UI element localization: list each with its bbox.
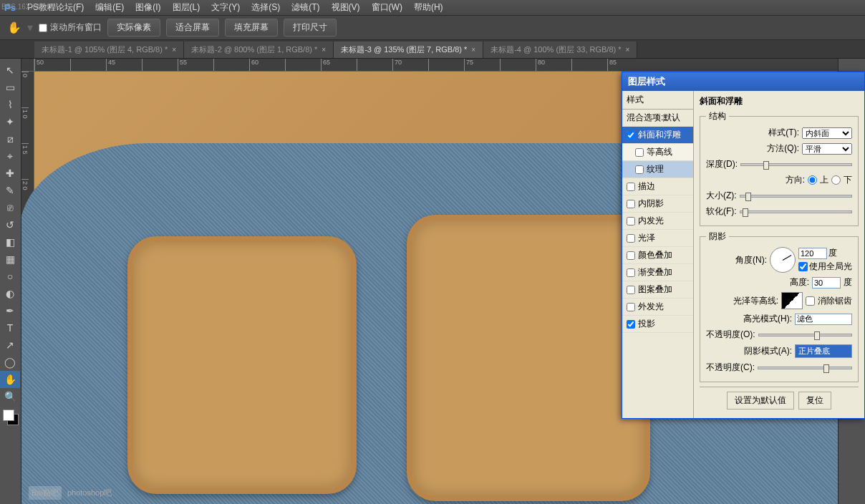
crop-tool[interactable]: ⧄ bbox=[0, 130, 20, 147]
style-select[interactable]: 内斜面 bbox=[802, 127, 852, 139]
color-swatch[interactable] bbox=[3, 410, 19, 425]
toolbox: ↖ ▭ ⌇ ✦ ⧄ ⌖ ✚ ✎ ⎚ ↺ ◧ ▦ ○ ◐ ✒ T ↗ ◯ ✋ 🔍 bbox=[0, 59, 21, 504]
menu-type[interactable]: 文字(Y) bbox=[206, 1, 246, 14]
menu-help[interactable]: 帮助(H) bbox=[408, 1, 449, 14]
gradient-tool[interactable]: ▦ bbox=[0, 251, 20, 268]
menu-edit[interactable]: 编辑(E) bbox=[90, 1, 130, 14]
dodge-tool[interactable]: ◐ bbox=[0, 285, 20, 302]
gloss-contour[interactable] bbox=[781, 292, 803, 309]
scroll-all-checkbox[interactable]: 滚动所有窗口 bbox=[39, 21, 102, 34]
fill-screen-button[interactable]: 填充屏幕 bbox=[225, 19, 278, 37]
style-contour[interactable]: 等高线 bbox=[622, 144, 693, 161]
menu-select[interactable]: 选择(S) bbox=[246, 1, 286, 14]
leather-shape-2 bbox=[407, 215, 650, 501]
depth-slider[interactable] bbox=[740, 163, 852, 166]
close-icon[interactable]: × bbox=[626, 46, 630, 54]
style-gradient-overlay[interactable]: 渐变叠加 bbox=[622, 264, 693, 281]
shading-group: 阴影 角度(N): 度 使用全局光 高度:度 光泽等高线:消除锯齿 高光模式(H… bbox=[700, 231, 859, 382]
lasso-tool[interactable]: ⌇ bbox=[0, 96, 20, 113]
style-inner-shadow[interactable]: 内阴影 bbox=[622, 195, 693, 213]
highlight-opacity-slider[interactable] bbox=[758, 334, 852, 336]
ruler-corner bbox=[21, 59, 34, 72]
stamp-tool[interactable]: ⎚ bbox=[0, 199, 20, 216]
horizontal-ruler: 50 45 55 60 65 70 75 80 85 bbox=[34, 59, 838, 72]
baidu-logo: Bai贴吧 bbox=[29, 486, 62, 500]
leather-shape-1 bbox=[127, 236, 357, 494]
menu-filter[interactable]: 滤镜(T) bbox=[286, 1, 325, 14]
styles-list: 样式 混合选项:默认 斜面和浮雕 等高线 纹理 描边 内阴影 内发光 光泽 颜色… bbox=[622, 91, 694, 418]
zoom-tool[interactable]: 🔍 bbox=[0, 388, 20, 405]
print-size-button[interactable]: 打印尺寸 bbox=[284, 19, 337, 37]
style-inner-glow[interactable]: 内发光 bbox=[622, 213, 693, 230]
hand-tool-icon: ✋ bbox=[7, 21, 21, 34]
shading-legend: 阴影 bbox=[706, 231, 729, 243]
altitude-input[interactable] bbox=[812, 277, 841, 289]
angle-input[interactable] bbox=[798, 248, 827, 259]
tab-doc2[interactable]: 未标题-2 @ 800% (图层 1, RGB/8) *× bbox=[184, 42, 334, 58]
watermark-bottom: Bai贴吧 photoshop吧 bbox=[29, 486, 112, 500]
structure-legend: 结构 bbox=[706, 110, 729, 122]
make-default-button[interactable]: 设置为默认值 bbox=[727, 392, 794, 410]
antialias-checkbox[interactable] bbox=[806, 296, 815, 306]
styles-header: 样式 bbox=[622, 91, 693, 110]
style-outer-glow[interactable]: 外发光 bbox=[622, 299, 693, 316]
close-icon[interactable]: × bbox=[172, 46, 176, 54]
eyedropper-tool[interactable]: ⌖ bbox=[0, 147, 20, 165]
type-tool[interactable]: T bbox=[0, 319, 20, 336]
menu-view[interactable]: 视图(V) bbox=[326, 1, 366, 14]
section-title: 斜面和浮雕 bbox=[700, 95, 859, 107]
tab-doc3[interactable]: 未标题-3 @ 135% (图层 7, RGB/8) *× bbox=[334, 42, 483, 58]
style-color-overlay[interactable]: 颜色叠加 bbox=[622, 247, 693, 264]
pen-tool[interactable]: ✒ bbox=[0, 302, 20, 319]
close-icon[interactable]: × bbox=[322, 46, 326, 54]
style-pattern-overlay[interactable]: 图案叠加 bbox=[622, 281, 693, 299]
marquee-tool[interactable]: ▭ bbox=[0, 79, 20, 96]
global-light-checkbox[interactable] bbox=[798, 262, 808, 271]
shadow-mode-select[interactable]: 正片叠底 bbox=[795, 344, 852, 358]
actual-pixels-button[interactable]: 实际像素 bbox=[107, 19, 160, 37]
reset-button[interactable]: 复位 bbox=[798, 392, 831, 410]
layer-style-dialog: 图层样式 样式 混合选项:默认 斜面和浮雕 等高线 纹理 描边 内阴影 内发光 … bbox=[622, 72, 865, 419]
style-bevel[interactable]: 斜面和浮雕 bbox=[622, 127, 693, 144]
blur-tool[interactable]: ○ bbox=[0, 268, 20, 285]
soften-slider[interactable] bbox=[740, 210, 852, 213]
heal-tool[interactable]: ✚ bbox=[0, 165, 20, 182]
style-drop-shadow[interactable]: 投影 bbox=[622, 316, 693, 333]
structure-group: 结构 样式(T):内斜面 方法(Q):平滑 深度(D): 方向:上下 大小(Z)… bbox=[700, 110, 859, 226]
tab-doc4[interactable]: 未标题-4 @ 100% (图层 33, RGB/8) *× bbox=[483, 42, 637, 58]
bevel-settings: 斜面和浮雕 结构 样式(T):内斜面 方法(Q):平滑 深度(D): 方向:上下… bbox=[694, 91, 864, 418]
menu-bar: Ps PS教程论坛(F) 编辑(E) 图像(I) 图层(L) 文字(Y) 选择(… bbox=[0, 0, 865, 16]
style-stroke[interactable]: 描边 bbox=[622, 178, 693, 195]
direction-up[interactable] bbox=[808, 175, 817, 185]
technique-select[interactable]: 平滑 bbox=[802, 143, 852, 155]
move-tool[interactable]: ↖ bbox=[0, 62, 20, 79]
close-icon[interactable]: × bbox=[471, 46, 475, 54]
menu-window[interactable]: 窗口(W) bbox=[366, 1, 408, 14]
fit-screen-button[interactable]: 适合屏幕 bbox=[166, 19, 219, 37]
wand-tool[interactable]: ✦ bbox=[0, 113, 20, 130]
eraser-tool[interactable]: ◧ bbox=[0, 233, 20, 251]
shape-tool[interactable]: ◯ bbox=[0, 354, 20, 371]
shadow-opacity-slider[interactable] bbox=[758, 367, 852, 369]
size-slider[interactable] bbox=[740, 195, 852, 198]
direction-down[interactable] bbox=[831, 175, 841, 185]
foreground-color[interactable] bbox=[3, 410, 14, 421]
style-satin[interactable]: 光泽 bbox=[622, 230, 693, 247]
angle-dial[interactable] bbox=[770, 247, 796, 273]
menu-layer[interactable]: 图层(L) bbox=[167, 1, 206, 14]
watermark-top: BBS.16XX8.COM bbox=[1, 3, 58, 11]
options-bar: ✋ ▾ 滚动所有窗口 实际像素 适合屏幕 填充屏幕 打印尺寸 bbox=[0, 16, 865, 40]
highlight-mode-select[interactable] bbox=[795, 314, 852, 325]
path-tool[interactable]: ↗ bbox=[0, 336, 20, 354]
dialog-titlebar[interactable]: 图层样式 bbox=[622, 72, 864, 91]
brush-tool[interactable]: ✎ bbox=[0, 182, 20, 199]
menu-image[interactable]: 图像(I) bbox=[130, 1, 166, 14]
hand-tool[interactable]: ✋ bbox=[0, 371, 20, 388]
history-brush-tool[interactable]: ↺ bbox=[0, 216, 20, 233]
tab-doc1[interactable]: 未标题-1 @ 105% (图层 4, RGB/8) *× bbox=[34, 42, 184, 58]
blending-options-row[interactable]: 混合选项:默认 bbox=[622, 110, 693, 127]
style-texture[interactable]: 纹理 bbox=[622, 161, 693, 178]
document-tab-bar: 未标题-1 @ 105% (图层 4, RGB/8) *× 未标题-2 @ 80… bbox=[0, 40, 865, 59]
